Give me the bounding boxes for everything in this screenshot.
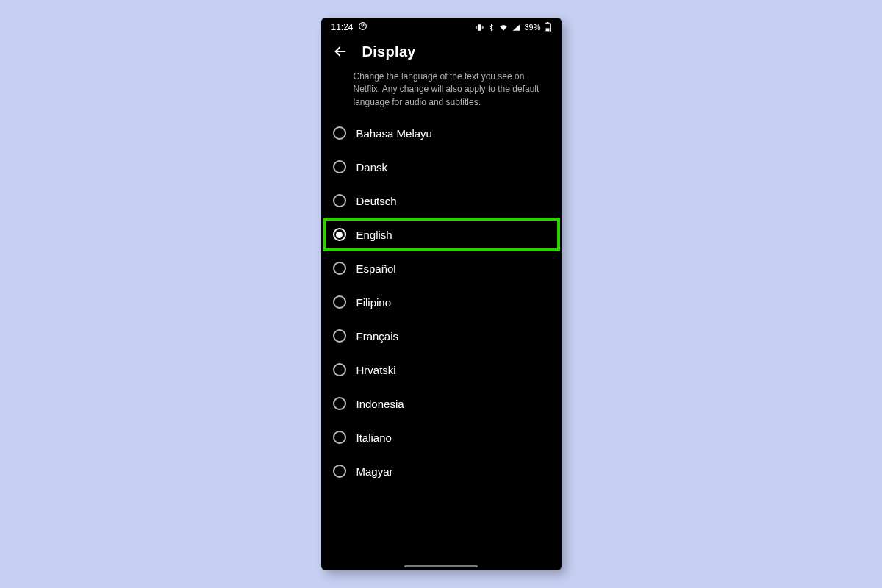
- language-row[interactable]: Indonesia: [321, 387, 562, 420]
- radio-icon: [333, 397, 346, 410]
- status-left: 11:24: [331, 21, 368, 33]
- language-row[interactable]: Filipino: [321, 285, 562, 319]
- language-label: Deutsch: [356, 195, 397, 207]
- language-list: Bahasa MelayuDanskDeutschEnglishEspañolF…: [321, 116, 562, 488]
- status-bar: 11:24 39%: [321, 18, 562, 37]
- language-row[interactable]: Magyar: [321, 454, 562, 488]
- language-label: Español: [356, 262, 396, 275]
- language-label: Bahasa Melayu: [356, 127, 432, 140]
- language-row[interactable]: Français: [321, 319, 562, 353]
- language-row[interactable]: Dansk: [321, 150, 562, 184]
- language-row[interactable]: English: [321, 218, 562, 251]
- battery-icon: [544, 22, 551, 32]
- language-row[interactable]: Italiano: [321, 420, 562, 454]
- radio-icon: [333, 363, 346, 376]
- header: Display: [321, 37, 562, 65]
- radio-icon: [333, 431, 346, 444]
- language-label: English: [356, 229, 392, 241]
- language-label: Indonesia: [356, 398, 404, 410]
- wifi-icon: [498, 23, 509, 32]
- language-label: Dansk: [356, 161, 388, 173]
- home-indicator[interactable]: [404, 565, 478, 567]
- language-label: Magyar: [356, 465, 393, 478]
- language-row[interactable]: Hrvatski: [321, 353, 562, 387]
- page-title: Display: [362, 43, 416, 60]
- language-label: Italiano: [356, 431, 392, 444]
- radio-icon: [333, 329, 346, 343]
- arrow-left-icon: [332, 43, 348, 60]
- battery-pct: 39%: [524, 23, 540, 32]
- back-button[interactable]: [331, 43, 349, 60]
- svg-rect-4: [545, 28, 549, 31]
- svg-rect-1: [478, 24, 481, 31]
- radio-icon: [333, 160, 346, 173]
- language-label: Français: [356, 330, 399, 343]
- radio-icon: [333, 295, 346, 309]
- whatsapp-icon: [358, 21, 368, 33]
- radio-icon: [333, 194, 346, 207]
- svg-rect-3: [546, 22, 548, 23]
- language-label: Filipino: [356, 296, 392, 309]
- phone-frame: 11:24 39%: [321, 18, 562, 570]
- status-right: 39%: [475, 22, 551, 32]
- vibrate-icon: [475, 23, 484, 32]
- language-row[interactable]: Deutsch: [321, 184, 562, 218]
- radio-icon: [333, 126, 346, 140]
- status-time: 11:24: [331, 22, 354, 32]
- bluetooth-icon: [487, 23, 495, 32]
- language-row[interactable]: Bahasa Melayu: [321, 116, 562, 150]
- radio-icon: [333, 262, 346, 275]
- radio-icon: [333, 465, 346, 478]
- signal-icon: [512, 23, 521, 32]
- description-text: Change the language of the text you see …: [321, 65, 562, 116]
- language-label: Hrvatski: [356, 364, 396, 376]
- radio-icon: [333, 228, 346, 241]
- language-row[interactable]: Español: [321, 251, 562, 285]
